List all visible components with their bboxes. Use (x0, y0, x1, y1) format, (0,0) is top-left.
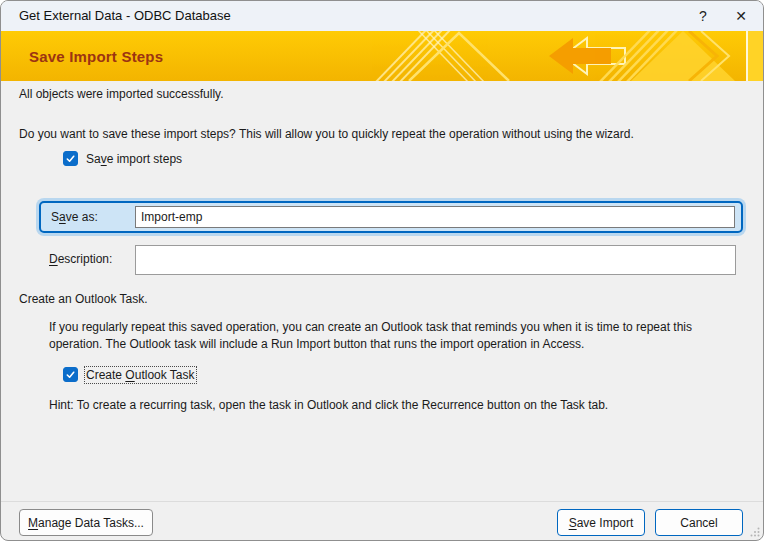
help-icon[interactable]: ? (683, 1, 723, 31)
footer-divider (1, 501, 763, 502)
save-import-steps-checkbox[interactable] (63, 151, 78, 166)
save-as-row: Save as: (39, 201, 743, 233)
checkmark-icon (65, 153, 76, 164)
page-title: Save Import Steps (29, 48, 163, 65)
resize-grip[interactable] (750, 527, 760, 537)
description-input[interactable] (135, 245, 736, 275)
wizard-banner: Save Import Steps (1, 31, 763, 81)
recurrence-hint: Hint: To create a recurring task, open t… (49, 398, 608, 412)
create-outlook-task-row[interactable]: Create Outlook Task (63, 367, 195, 382)
window-title: Get External Data - ODBC Database (19, 1, 231, 31)
save-as-label: Save as: (51, 210, 98, 224)
close-icon[interactable]: ✕ (721, 1, 761, 31)
import-success-message: All objects were imported successfully. (19, 87, 224, 101)
get-external-data-dialog: Get External Data - ODBC Database ? ✕ (0, 0, 764, 541)
outlook-task-heading: Create an Outlook Task. (19, 292, 148, 306)
save-as-input[interactable] (135, 206, 735, 228)
save-import-steps-label[interactable]: Save import steps (86, 152, 182, 166)
checkmark-icon (65, 369, 76, 380)
save-import-steps-row[interactable]: Save import steps (63, 151, 182, 166)
cancel-button[interactable]: Cancel (655, 509, 743, 536)
save-steps-prompt: Do you want to save these import steps? … (19, 127, 634, 141)
create-outlook-task-label[interactable]: Create Outlook Task (86, 368, 195, 382)
manage-data-tasks-button[interactable]: Manage Data Tasks... (19, 509, 153, 536)
save-import-button[interactable]: Save Import (557, 509, 645, 536)
description-label: Description: (49, 252, 112, 266)
create-outlook-task-checkbox[interactable] (63, 367, 78, 382)
outlook-task-description: If you regularly repeat this saved opera… (49, 319, 721, 353)
title-bar: Get External Data - ODBC Database ? ✕ (1, 1, 763, 31)
